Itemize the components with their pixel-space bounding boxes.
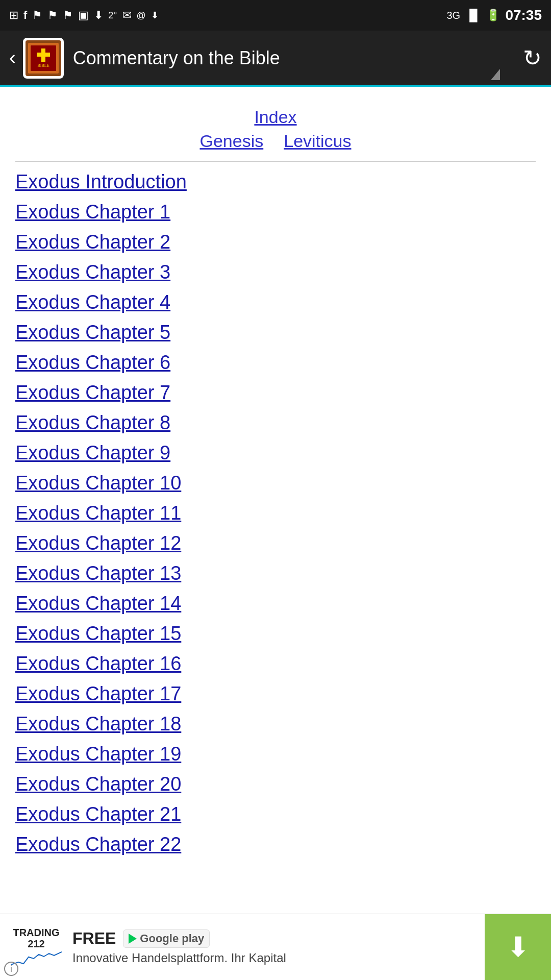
svg-text:BIBLE: BIBLE: [37, 63, 49, 68]
ad-gplay-badge[interactable]: Google play: [123, 929, 210, 948]
ad-sub-text: Innovative Handelsplattform. Ihr Kapital: [72, 951, 477, 965]
app-bar: ‹ BIBLE Commentary on the Bible ↻: [0, 31, 551, 87]
app-title: Commentary on the Bible: [73, 47, 523, 69]
list-item: Exodus Chapter 5: [15, 317, 536, 348]
chapter-link-7[interactable]: Exodus Chapter 7: [15, 382, 536, 404]
list-item: Exodus Chapter 13: [15, 558, 536, 589]
ad-free-row: FREE Google play: [72, 929, 477, 948]
list-item: Exodus Chapter 11: [15, 498, 536, 528]
list-item: Exodus Chapter 7: [15, 378, 536, 408]
divider: [15, 161, 536, 162]
chapter-link-17[interactable]: Exodus Chapter 17: [15, 683, 536, 705]
chapter-link-21[interactable]: Exodus Chapter 21: [15, 803, 536, 825]
chapter-link-6[interactable]: Exodus Chapter 6: [15, 352, 536, 374]
list-item: Exodus Chapter 1: [15, 197, 536, 227]
chapter-link-4[interactable]: Exodus Chapter 4: [15, 291, 536, 313]
list-item: Exodus Chapter 22: [15, 829, 536, 860]
flag-icon-3: ⚑: [63, 9, 73, 22]
chapter-link-18[interactable]: Exodus Chapter 18: [15, 713, 536, 735]
chapter-link-2[interactable]: Exodus Chapter 2: [15, 231, 536, 253]
chapter-link-13[interactable]: Exodus Chapter 13: [15, 562, 536, 584]
ad-info-icon[interactable]: i: [4, 962, 18, 976]
add-icon: ⊞: [9, 9, 18, 22]
chapter-link-8[interactable]: Exodus Chapter 8: [15, 412, 536, 434]
chapter-list: Exodus IntroductionExodus Chapter 1Exodu…: [15, 167, 536, 860]
ad-middle: FREE Google play Innovative Handelsplatt…: [72, 929, 477, 965]
back-button[interactable]: ‹: [9, 47, 16, 69]
facebook-icon: f: [23, 9, 27, 22]
list-item: Exodus Chapter 4: [15, 287, 536, 317]
3g-label: 3G: [447, 10, 461, 21]
list-item: Exodus Chapter 8: [15, 408, 536, 438]
status-bar: ⊞ f ⚑ ⚑ ⚑ ▣ ⬇ 2° ✉ @ ⬇ 3G ▐▌ 🔋 07:35: [0, 0, 551, 31]
ad-left: TRADING212 FREE Google play Innovative H…: [0, 914, 485, 980]
gplay-icon: [129, 934, 137, 944]
chapter-link-12[interactable]: Exodus Chapter 12: [15, 532, 536, 554]
list-item: Exodus Chapter 3: [15, 257, 536, 287]
list-item: Exodus Chapter 17: [15, 679, 536, 709]
ad-bar: i TRADING212 FREE Google play Innovative…: [0, 914, 551, 980]
signal-bars-icon: ▐▌: [465, 9, 481, 22]
ad-download-button[interactable]: ⬇: [485, 914, 551, 980]
battery-icon: 🔋: [486, 9, 500, 22]
network-icon: ⬇: [151, 10, 159, 21]
chapter-link-9[interactable]: Exodus Chapter 9: [15, 442, 536, 464]
download-icon: ⬇: [94, 9, 103, 22]
index-link[interactable]: Index: [15, 107, 536, 127]
flag-icon-1: ⚑: [32, 9, 42, 22]
content-area: Index Genesis Leviticus Exodus Introduct…: [0, 87, 551, 921]
app-icon: BIBLE: [23, 38, 64, 79]
chapter-link-0[interactable]: Exodus Introduction: [15, 171, 536, 193]
signal-corner-icon: [491, 69, 500, 80]
refresh-button[interactable]: ↻: [523, 45, 542, 71]
list-item: Exodus Chapter 19: [15, 739, 536, 769]
ad-free-label: FREE: [72, 929, 116, 948]
chapter-link-16[interactable]: Exodus Chapter 16: [15, 653, 536, 675]
svg-rect-4: [37, 53, 50, 57]
chapter-link-14[interactable]: Exodus Chapter 14: [15, 593, 536, 615]
list-item: Exodus Chapter 16: [15, 649, 536, 679]
image-icon: ▣: [78, 9, 89, 22]
list-item: Exodus Chapter 18: [15, 709, 536, 739]
list-item: Exodus Introduction: [15, 167, 536, 197]
list-item: Exodus Chapter 12: [15, 528, 536, 558]
ad-trading-logo: TRADING212: [8, 927, 64, 967]
genesis-link[interactable]: Genesis: [199, 131, 263, 151]
ad-trading-text: TRADING212: [13, 927, 59, 949]
mail-icon-2: @: [137, 10, 146, 21]
chapter-link-11[interactable]: Exodus Chapter 11: [15, 502, 536, 524]
nav-books: Genesis Leviticus: [15, 131, 536, 151]
flag-icon-2: ⚑: [47, 9, 58, 22]
status-icons-left: ⊞ f ⚑ ⚑ ⚑ ▣ ⬇ 2° ✉ @ ⬇: [9, 9, 159, 22]
leviticus-link[interactable]: Leviticus: [284, 131, 351, 151]
chapter-link-15[interactable]: Exodus Chapter 15: [15, 623, 536, 645]
chapter-link-3[interactable]: Exodus Chapter 3: [15, 261, 536, 283]
nav-links: Index Genesis Leviticus: [15, 107, 536, 151]
list-item: Exodus Chapter 21: [15, 799, 536, 829]
list-item: Exodus Chapter 15: [15, 619, 536, 649]
list-item: Exodus Chapter 6: [15, 348, 536, 378]
list-item: Exodus Chapter 10: [15, 468, 536, 498]
status-icons-right: 3G ▐▌ 🔋 07:35: [447, 7, 542, 23]
list-item: Exodus Chapter 20: [15, 769, 536, 799]
chapter-link-20[interactable]: Exodus Chapter 20: [15, 773, 536, 795]
chapter-link-5[interactable]: Exodus Chapter 5: [15, 322, 536, 344]
ad-download-icon: ⬇: [507, 931, 530, 963]
list-item: Exodus Chapter 2: [15, 227, 536, 257]
chapter-link-22[interactable]: Exodus Chapter 22: [15, 834, 536, 855]
chapter-link-19[interactable]: Exodus Chapter 19: [15, 743, 536, 765]
list-item: Exodus Chapter 9: [15, 438, 536, 468]
mail-icon-1: ✉: [122, 9, 132, 22]
temperature-icon: 2°: [108, 10, 117, 21]
chapter-link-10[interactable]: Exodus Chapter 10: [15, 472, 536, 494]
ad-gplay-text: Google play: [140, 932, 204, 945]
chapter-link-1[interactable]: Exodus Chapter 1: [15, 201, 536, 223]
status-time: 07:35: [505, 7, 542, 23]
list-item: Exodus Chapter 14: [15, 589, 536, 619]
